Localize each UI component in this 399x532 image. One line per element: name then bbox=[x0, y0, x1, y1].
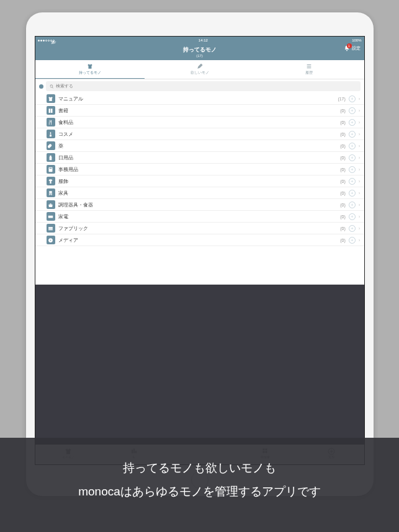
chevron-right-icon: › bbox=[359, 202, 361, 208]
add-item-button[interactable]: + bbox=[349, 202, 356, 208]
chevron-right-icon: › bbox=[359, 226, 361, 231]
category-count: (0) bbox=[340, 156, 346, 160]
lipstick-icon bbox=[47, 130, 55, 138]
settings-button[interactable]: 設定 bbox=[352, 45, 361, 51]
category-count: (0) bbox=[340, 226, 346, 231]
notification-badge: 1 bbox=[347, 43, 352, 48]
page-title: 持ってるモノ bbox=[38, 46, 362, 54]
tab-label: 履歴 bbox=[305, 71, 313, 74]
shirt-icon bbox=[87, 63, 93, 69]
add-item-button[interactable]: + bbox=[349, 190, 356, 197]
keyboard-icon bbox=[47, 212, 55, 221]
category-count: (0) bbox=[340, 191, 346, 195]
tshirt-icon bbox=[47, 177, 55, 185]
list-icon bbox=[306, 63, 312, 69]
chevron-right-icon: › bbox=[359, 167, 361, 172]
chevron-right-icon: › bbox=[359, 155, 361, 161]
add-item-button[interactable]: + bbox=[349, 119, 356, 126]
status-bar: 通信事業者 ᯤ 14:12 100% bbox=[35, 37, 364, 44]
search-placeholder: 検索する bbox=[56, 83, 73, 89]
tablet-frame: 通信事業者 ᯤ 14:12 100% 持ってるモノ (17) 1 設定 持ってる… bbox=[26, 12, 374, 496]
chevron-right-icon: › bbox=[359, 96, 361, 102]
category-label: 事務用品 bbox=[58, 166, 338, 173]
add-item-button[interactable]: + bbox=[349, 166, 356, 173]
category-label: 食料品 bbox=[58, 119, 338, 126]
chevron-right-icon: › bbox=[359, 131, 361, 137]
category-row[interactable]: コスメ (0) + › bbox=[35, 128, 364, 140]
category-count: (0) bbox=[340, 215, 346, 219]
notifications-button[interactable]: 1 bbox=[344, 45, 350, 51]
category-label: 調理器具・食器 bbox=[58, 202, 338, 208]
tab-label: 持ってるモノ bbox=[79, 71, 101, 74]
pencil-icon bbox=[197, 63, 203, 69]
chevron-right-icon: › bbox=[359, 120, 361, 125]
category-row[interactable]: マニュアル (17) + › bbox=[35, 93, 364, 105]
search-input[interactable]: 検索する bbox=[46, 81, 361, 91]
category-row[interactable]: 事務用品 (0) + › bbox=[35, 164, 364, 175]
chevron-right-icon: › bbox=[359, 179, 361, 184]
add-item-button[interactable]: + bbox=[349, 131, 356, 138]
category-label: 薬 bbox=[58, 143, 338, 149]
carrier-label: 通信事業者 bbox=[50, 40, 52, 42]
category-row[interactable]: 家電 (0) + › bbox=[35, 211, 364, 223]
chevron-right-icon: › bbox=[359, 237, 361, 243]
add-item-button[interactable]: + bbox=[349, 237, 356, 244]
tab-2[interactable]: 履歴 bbox=[254, 60, 364, 79]
category-count: (0) bbox=[340, 120, 346, 125]
promo-overlay: 持ってるモノも欲しいモノも monocaはあらゆるモノを管理するアプリです bbox=[0, 438, 399, 532]
category-label: ファブリック bbox=[58, 225, 338, 232]
tab-0[interactable]: 持ってるモノ bbox=[35, 60, 145, 79]
chevron-right-icon: › bbox=[359, 190, 361, 196]
category-count: (17) bbox=[338, 97, 345, 101]
category-row[interactable]: 服飾 (0) + › bbox=[35, 175, 364, 187]
category-row[interactable]: 薬 (0) + › bbox=[35, 140, 364, 152]
bottle-icon bbox=[47, 153, 55, 162]
category-row[interactable]: 調理器具・食器 (0) + › bbox=[35, 199, 364, 211]
wifi-icon: ᯤ bbox=[53, 40, 55, 42]
chevron-right-icon: › bbox=[359, 214, 361, 219]
sort-toggle[interactable] bbox=[39, 84, 43, 89]
category-count: (0) bbox=[340, 109, 346, 113]
add-item-button[interactable]: + bbox=[349, 95, 356, 102]
chevron-right-icon: › bbox=[359, 143, 361, 149]
category-label: 服飾 bbox=[58, 178, 338, 185]
add-item-button[interactable]: + bbox=[349, 178, 356, 185]
category-label: コスメ bbox=[58, 131, 338, 138]
tab-1[interactable]: 欲しいモノ bbox=[145, 60, 254, 79]
fabric-icon bbox=[47, 224, 55, 233]
chair-icon bbox=[47, 188, 55, 197]
category-count: (0) bbox=[340, 167, 346, 172]
search-row: 検索する bbox=[35, 79, 364, 93]
segment-tabs: 持ってるモノ欲しいモノ履歴 bbox=[35, 60, 364, 79]
clock: 14:12 bbox=[199, 38, 208, 42]
category-label: メディア bbox=[58, 237, 338, 244]
search-icon bbox=[50, 84, 54, 89]
category-row[interactable]: ファブリック (0) + › bbox=[35, 223, 364, 234]
category-list: マニュアル (17) + › 書籍 (0) + › 食料品 (0) + › コス… bbox=[35, 93, 364, 246]
book-icon bbox=[47, 106, 55, 115]
add-item-button[interactable]: + bbox=[349, 154, 356, 161]
tab-label: 欲しいモノ bbox=[191, 71, 209, 74]
category-row[interactable]: 日用品 (0) + › bbox=[35, 152, 364, 164]
shirt-icon bbox=[47, 94, 55, 103]
category-label: 家具 bbox=[58, 190, 338, 197]
add-item-button[interactable]: + bbox=[349, 225, 356, 232]
category-row[interactable]: 書籍 (0) + › bbox=[35, 105, 364, 117]
category-count: (0) bbox=[340, 238, 346, 242]
pill-icon bbox=[47, 141, 55, 150]
category-count: (0) bbox=[340, 144, 346, 148]
category-count: (0) bbox=[340, 179, 346, 184]
category-row[interactable]: メディア (0) + › bbox=[35, 234, 364, 246]
category-row[interactable]: 家具 (0) + › bbox=[35, 187, 364, 199]
add-item-button[interactable]: + bbox=[349, 143, 356, 149]
category-row[interactable]: 食料品 (0) + › bbox=[35, 117, 364, 128]
add-item-button[interactable]: + bbox=[349, 107, 356, 114]
page-subtitle: (17) bbox=[38, 54, 362, 58]
disc-icon bbox=[47, 236, 55, 244]
pot-icon bbox=[47, 200, 55, 209]
category-label: 書籍 bbox=[58, 107, 338, 114]
signal-indicator: 通信事業者 ᯤ bbox=[38, 40, 55, 42]
nav-header: 持ってるモノ (17) 1 設定 bbox=[35, 44, 364, 60]
promo-line-1: 持ってるモノも欲しいモノも bbox=[6, 456, 393, 480]
add-item-button[interactable]: + bbox=[349, 213, 356, 220]
